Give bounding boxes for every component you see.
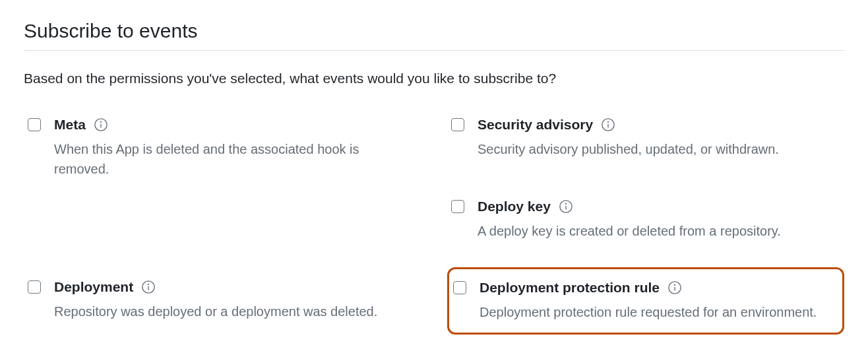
right-column: Security advisory Security advisory publ… — [447, 113, 844, 335]
event-title-deployment-protection-rule: Deployment protection rule — [480, 280, 660, 296]
left-column: Meta When this App is deleted and the as… — [24, 113, 421, 335]
events-grid: Meta When this App is deleted and the as… — [24, 113, 844, 335]
svg-point-2 — [100, 121, 101, 122]
event-description-deployment: Repository was deployed or a deployment … — [54, 302, 417, 321]
section-title: Subscribe to events — [24, 0, 844, 51]
event-header: Deploy key — [478, 199, 840, 214]
event-title-security-advisory: Security advisory — [478, 117, 593, 133]
event-description-security-advisory: Security advisory published, updated, or… — [478, 139, 840, 159]
event-title-meta: Meta — [54, 117, 86, 133]
event-content: Deployment Repository was deployed or a … — [54, 279, 417, 321]
checkbox-meta[interactable] — [28, 118, 41, 131]
event-content: Deploy key A deploy key is created or de… — [478, 199, 840, 241]
event-description-deploy-key: A deploy key is created or deleted from … — [478, 221, 840, 241]
event-header: Deployment — [54, 279, 417, 295]
info-icon[interactable] — [667, 280, 682, 295]
event-item-deployment: Deployment Repository was deployed or a … — [24, 275, 421, 325]
event-title-deploy-key: Deploy key — [478, 199, 551, 214]
checkbox-deployment[interactable] — [28, 280, 41, 294]
info-icon[interactable] — [559, 199, 573, 214]
svg-point-8 — [608, 121, 609, 122]
event-content: Meta When this App is deleted and the as… — [54, 117, 417, 179]
info-icon[interactable] — [94, 117, 108, 132]
event-header: Meta — [54, 117, 417, 133]
svg-point-11 — [565, 203, 566, 204]
checkbox-deployment-protection-rule[interactable] — [453, 281, 466, 294]
event-item-deployment-protection-rule: Deployment protection rule Deployment pr… — [447, 267, 844, 335]
event-content: Deployment protection rule Deployment pr… — [480, 280, 838, 322]
event-header: Security advisory — [478, 117, 840, 133]
event-content: Security advisory Security advisory publ… — [478, 117, 840, 159]
event-title-deployment: Deployment — [54, 279, 133, 295]
event-item-deploy-key: Deploy key A deploy key is created or de… — [447, 195, 844, 245]
checkbox-security-advisory[interactable] — [451, 118, 464, 131]
event-description-meta: When this App is deleted and the associa… — [54, 139, 417, 179]
info-icon[interactable] — [601, 117, 615, 132]
event-item-meta: Meta When this App is deleted and the as… — [24, 113, 421, 183]
section-subtitle: Based on the permissions you've selected… — [24, 51, 844, 113]
svg-point-14 — [675, 284, 675, 285]
event-item-security-advisory: Security advisory Security advisory publ… — [447, 113, 844, 163]
svg-point-5 — [148, 284, 149, 284]
event-description-deployment-protection-rule: Deployment protection rule requested for… — [480, 302, 838, 322]
event-header: Deployment protection rule — [480, 280, 838, 296]
info-icon[interactable] — [141, 280, 156, 294]
checkbox-deploy-key[interactable] — [451, 200, 464, 213]
